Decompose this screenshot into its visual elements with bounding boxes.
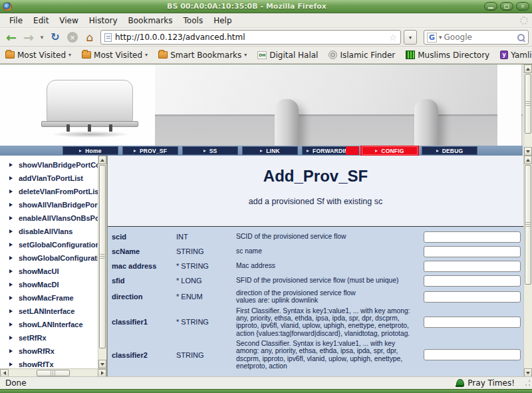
menu-item[interactable]: History [84,14,123,27]
sidebar-item-label: disableAllVlans [19,227,72,235]
bookmark-star-icon[interactable]: ☆ [389,33,397,42]
arrow-right-icon [9,349,13,353]
minimize-button[interactable] [484,2,497,11]
scroll-up-button[interactable] [98,156,106,164]
sidebar-item[interactable]: deleteVlanFromPortList [9,185,98,198]
main-frame-scrollbar[interactable] [523,156,532,377]
menu-item[interactable]: View [54,14,83,27]
sidebar-vertical-scrollbar[interactable] [98,156,106,368]
sidebar-item[interactable]: showMacFrame [9,291,98,305]
scrollbar-thumb[interactable] [99,165,106,348]
resize-grip[interactable] [523,380,531,387]
chevron-down-icon: ▾ [145,52,148,58]
sidebar-item[interactable]: enableAllVlansOnBsPort [9,211,98,225]
form-row: scid INT SCID of the provisioned service… [108,229,523,244]
url-dropdown-button[interactable]: ▾ [404,30,417,45]
nav-tab[interactable]: CONFIG [360,146,419,156]
bookmark-icon: DH [257,51,267,59]
reload-button[interactable]: ↻ [47,29,63,45]
sidebar-item-label: showMacDI [19,281,59,289]
sidebar-item[interactable]: setGlobalConfiguration [9,238,98,251]
nav-tab[interactable]: PROV_SF [121,146,180,156]
scroll-up-button[interactable] [524,156,532,164]
nav-tab[interactable]: Home [61,146,120,156]
sidebar-item[interactable]: showRfTx [9,358,98,368]
bookmark-item[interactable]: Islamic Finder ▾ [329,51,395,60]
sidebar-item-label: showRfTx [19,360,54,368]
sidebar-item[interactable]: showVlanBridgePortConf [9,158,98,172]
scrollbar-thumb[interactable] [37,370,70,376]
sidebar-item[interactable]: addVlanToPortList [9,172,98,185]
sidebar-item[interactable]: showMacDI [9,278,98,291]
chevron-down-icon: ▾ [244,52,247,58]
menu-item[interactable]: Edit [28,14,54,27]
search-input[interactable] [444,33,515,42]
bookmark-icon [5,51,15,59]
page-favicon [104,33,112,42]
url-input[interactable] [115,33,386,42]
back-button[interactable]: ← [3,29,19,45]
field-description: sc name [236,246,421,256]
sidebar-item-label: showMacFrame [19,294,74,302]
field-input[interactable] [424,349,521,360]
antenna-device-image [47,80,133,122]
bookmark-item[interactable]: y Yamli ▾ [500,51,531,60]
scroll-down-button[interactable] [98,360,106,368]
bookmark-item[interactable]: Smart Bookmarks ▾ [158,51,247,60]
menu-item[interactable]: File [4,14,28,27]
tab-arrow-icon [375,150,378,152]
home-icon: ⌂ [86,32,94,43]
form-area: scid INT SCID of the provisioned service… [108,227,523,377]
magnifier-icon[interactable] [517,33,525,42]
sidebar-item[interactable]: setRfRx [9,331,98,344]
menubar: File Edit View History Bookmarks Tools H… [0,13,532,28]
field-input[interactable] [424,317,521,328]
form-row: classifier2 STRING Second Classifier. Sy… [108,338,523,371]
tab-arrow-icon [203,150,206,152]
bookmark-item[interactable]: Muslims Directory ▾ [406,51,489,60]
nav-tab[interactable]: LINK [241,146,299,156]
scrollbar-thumb[interactable] [525,165,531,285]
field-input[interactable] [424,291,521,303]
sidebar-item[interactable]: setLANInterface [9,305,98,318]
sidebar-item[interactable]: showAllVlanBridgePorts [9,198,98,211]
sidebar-item-label: deleteVlanFromPortList [19,188,98,196]
history-dropdown-button[interactable]: ▾ [38,29,46,45]
nav-tab[interactable]: DEBUG [420,146,479,156]
field-input[interactable] [424,246,521,257]
field-input[interactable] [424,231,521,243]
bookmark-item[interactable]: DH Digital Halal ▾ [257,51,318,60]
scroll-down-button[interactable] [524,147,532,156]
tab-label: SS [209,148,217,154]
sidebar-item[interactable]: showMacUI [9,265,98,278]
bookmark-icon: y [500,51,508,59]
search-engine-dropdown-icon[interactable]: ▾ [439,34,442,41]
banner-frame-scrollbar[interactable] [523,65,532,156]
bookmark-item[interactable]: Most Visited ▾ [5,51,71,60]
menu-item[interactable]: Bookmarks [123,14,178,27]
scrollbar-thumb[interactable] [525,74,531,134]
nav-tab[interactable]: SS [181,146,239,156]
scroll-up-button[interactable] [524,65,532,73]
form-header: Add_Prov_SF add a provisioned Sf with ex… [108,156,523,227]
sidebar-item[interactable]: showLANInterface [9,318,98,331]
sidebar-item[interactable]: disableAllVlans [9,225,98,238]
maximize-button[interactable] [500,2,513,11]
close-button[interactable]: × [516,2,529,11]
home-button[interactable]: ⌂ [82,29,98,45]
pray-times-widget[interactable]: Pray Times! [456,378,515,388]
sidebar-item[interactable]: showGlobalConfiguration [9,251,98,265]
sidebar-item[interactable]: showRfRx [9,344,98,358]
sidebar-menu: showVlanBridgePortConf addVlanToPortList… [0,156,98,368]
arrow-right-icon [9,216,13,220]
field-name: mac address [112,262,176,270]
stop-button[interactable]: × [65,29,80,45]
bookmark-item[interactable]: Most Visited ▾ [82,51,148,60]
bookmark-label: Muslims Directory [418,51,489,60]
arrow-right-icon [9,362,13,366]
menu-item[interactable]: Help [208,14,237,27]
field-input[interactable] [424,275,521,287]
menu-item[interactable]: Tools [178,14,209,27]
field-input[interactable] [424,261,521,272]
forward-button[interactable]: → [21,29,37,45]
